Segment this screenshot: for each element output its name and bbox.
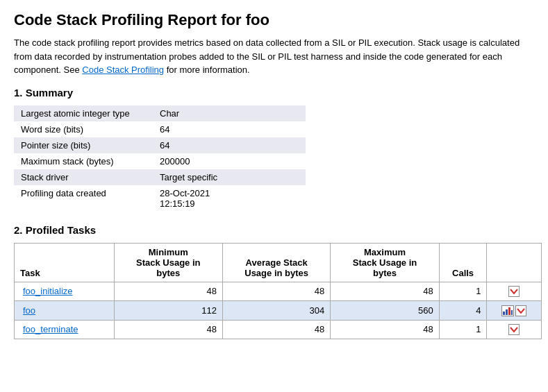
task-cell: foo [15,301,115,321]
svg-rect-2 [508,307,510,315]
max-stack-cell: 560 [331,301,439,321]
arrow-icon[interactable] [508,324,520,335]
min-stack-cell: 112 [114,301,222,321]
profiled-tasks-table: Task MinimumStack Usage inbytes Average … [14,243,542,340]
col-calls: Calls [439,243,487,282]
col-icons [487,243,542,282]
summary-value: 64 [153,137,306,153]
table-row: foo1123045604 [15,301,542,321]
table-row: foo_terminate4848481 [15,320,542,339]
icon-cell [487,282,542,301]
intro-paragraph: The code stack profiling report provides… [14,36,534,77]
page-title: Code Stack Profiling Report for foo [14,11,534,29]
task-link[interactable]: foo_terminate [23,324,78,334]
col-task: Task [15,243,115,282]
max-stack-cell: 48 [331,282,439,301]
table-header-row: Task MinimumStack Usage inbytes Average … [15,243,542,282]
task-cell: foo_terminate [15,320,115,339]
svg-rect-0 [503,312,505,315]
summary-row: Word size (bits)64 [14,121,306,137]
summary-table: Largest atomic integer typeCharWord size… [14,105,306,212]
calls-cell: 1 [439,282,487,301]
summary-label: Largest atomic integer type [14,105,153,121]
min-stack-cell: 48 [114,282,222,301]
profiled-tasks-section: 2. Profiled Tasks Task MinimumStack Usag… [14,224,534,340]
summary-label: Stack driver [14,169,153,185]
code-stack-profiling-link[interactable]: Code Stack Profiling [82,65,164,75]
summary-row: Stack driverTarget specific [14,169,306,185]
avg-stack-cell: 48 [222,282,330,301]
summary-row: Maximum stack (bytes)200000 [14,153,306,169]
summary-label: Word size (bits) [14,121,153,137]
svg-rect-1 [506,309,508,315]
summary-row: Profiling data created28-Oct-202112:15:1… [14,185,306,212]
task-link[interactable]: foo_initialize [23,286,73,296]
icon-cell [487,301,542,321]
avg-stack-cell: 304 [222,301,330,321]
min-stack-cell: 48 [114,320,222,339]
summary-heading: 1. Summary [14,87,534,99]
arrow-icon[interactable] [515,305,526,316]
summary-section: 1. Summary Largest atomic integer typeCh… [14,87,534,212]
calls-cell: 1 [439,320,487,339]
task-cell: foo_initialize [15,282,115,301]
profiled-tasks-heading: 2. Profiled Tasks [14,224,534,236]
summary-value: Target specific [153,169,306,185]
arrow-icon[interactable] [508,286,520,297]
col-max-stack: MaximumStack Usage inbytes [331,243,439,282]
summary-value: Char [153,105,306,121]
summary-row: Pointer size (bits)64 [14,137,306,153]
summary-label: Profiling data created [14,185,153,212]
summary-value: 200000 [153,153,306,169]
col-avg-stack: Average StackUsage in bytes [222,243,330,282]
bar-chart-icon[interactable] [501,305,514,316]
max-stack-cell: 48 [331,320,439,339]
table-row: foo_initialize4848481 [15,282,542,301]
summary-row: Largest atomic integer typeChar [14,105,306,121]
summary-label: Maximum stack (bytes) [14,153,153,169]
task-link[interactable]: foo [23,305,35,316]
calls-cell: 4 [439,301,487,321]
summary-value: 64 [153,121,306,137]
svg-rect-3 [511,310,513,315]
summary-value: 28-Oct-202112:15:19 [153,185,306,212]
icon-cell [487,320,542,339]
summary-label: Pointer size (bits) [14,137,153,153]
avg-stack-cell: 48 [222,320,330,339]
col-min-stack: MinimumStack Usage inbytes [114,243,222,282]
